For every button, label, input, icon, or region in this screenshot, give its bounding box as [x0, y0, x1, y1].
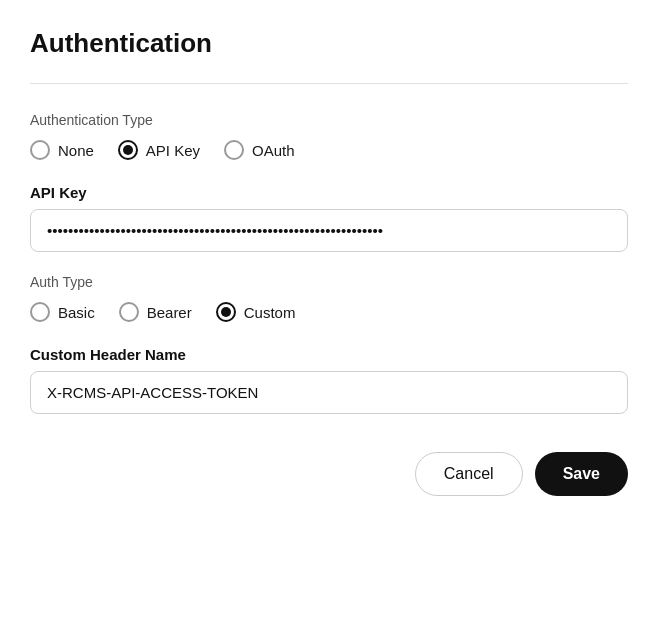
radio-none[interactable]: [30, 140, 50, 160]
save-button[interactable]: Save: [535, 452, 628, 496]
radio-option-none[interactable]: None: [30, 140, 94, 160]
radio-custom-label: Custom: [244, 304, 296, 321]
page-container: Authentication Authentication Type None …: [0, 0, 658, 526]
radio-bearer-label: Bearer: [147, 304, 192, 321]
button-row: Cancel Save: [30, 452, 628, 496]
custom-header-section: Custom Header Name: [30, 346, 628, 436]
radio-oauth[interactable]: [224, 140, 244, 160]
sub-auth-type-label: Auth Type: [30, 274, 628, 290]
radio-bearer[interactable]: [119, 302, 139, 322]
radio-oauth-label: OAuth: [252, 142, 295, 159]
api-key-label: API Key: [30, 184, 628, 201]
custom-header-label: Custom Header Name: [30, 346, 628, 363]
sub-auth-type-section: Auth Type Basic Bearer Custom: [30, 274, 628, 322]
radio-option-oauth[interactable]: OAuth: [224, 140, 295, 160]
radio-basic[interactable]: [30, 302, 50, 322]
radio-basic-label: Basic: [58, 304, 95, 321]
sub-auth-type-radio-group: Basic Bearer Custom: [30, 302, 628, 322]
radio-option-basic[interactable]: Basic: [30, 302, 95, 322]
cancel-button[interactable]: Cancel: [415, 452, 523, 496]
divider: [30, 83, 628, 84]
auth-type-section: Authentication Type None API Key OAuth: [30, 112, 628, 160]
radio-option-custom[interactable]: Custom: [216, 302, 296, 322]
radio-option-bearer[interactable]: Bearer: [119, 302, 192, 322]
radio-api-key-label: API Key: [146, 142, 200, 159]
radio-none-label: None: [58, 142, 94, 159]
radio-api-key[interactable]: [118, 140, 138, 160]
custom-header-input[interactable]: [30, 371, 628, 414]
radio-option-api-key[interactable]: API Key: [118, 140, 200, 160]
page-title: Authentication: [30, 28, 628, 59]
auth-type-radio-group: None API Key OAuth: [30, 140, 628, 160]
auth-type-label: Authentication Type: [30, 112, 628, 128]
api-key-input[interactable]: [30, 209, 628, 252]
radio-custom[interactable]: [216, 302, 236, 322]
api-key-section: API Key: [30, 184, 628, 274]
